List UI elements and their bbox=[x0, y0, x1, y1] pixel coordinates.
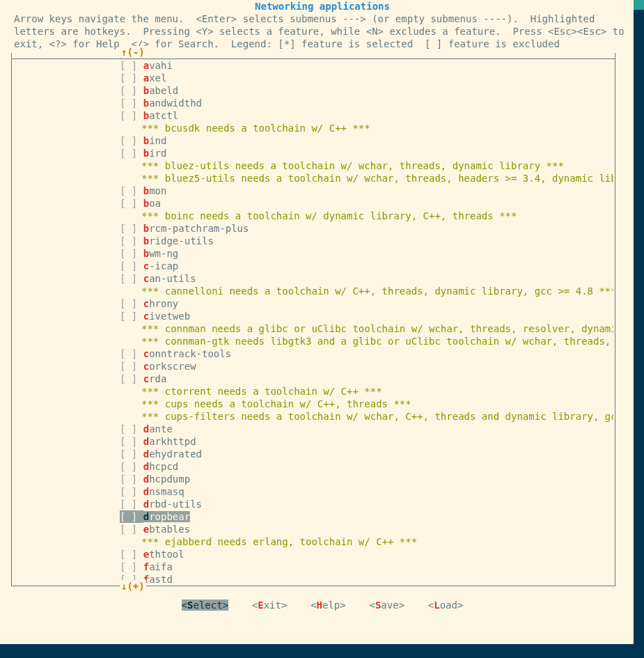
checkbox[interactable]: [ ] bbox=[120, 360, 143, 373]
exit-button[interactable]: <Exit> bbox=[252, 600, 288, 611]
option-label: ivetweb bbox=[149, 311, 190, 322]
option-label: wm-ng bbox=[149, 248, 178, 259]
option-boa[interactable]: [ ] boa bbox=[120, 197, 613, 210]
checkbox[interactable]: [ ] bbox=[120, 59, 143, 72]
option-fastd[interactable]: [ ] fastd bbox=[120, 573, 613, 586]
checkbox[interactable]: [ ] bbox=[120, 134, 143, 147]
option-avahi[interactable]: [ ] avahi bbox=[120, 59, 613, 72]
hotkey: c bbox=[143, 311, 149, 322]
checkbox[interactable]: [ ] bbox=[120, 235, 143, 247]
option-can-utils[interactable]: [ ] can-utils bbox=[120, 272, 613, 285]
option-label: vahi bbox=[149, 60, 173, 71]
checkbox[interactable]: [ ] bbox=[120, 222, 143, 235]
option-ebtables[interactable]: [ ] ebtables bbox=[120, 523, 613, 535]
option-bird[interactable]: [ ] bird bbox=[120, 147, 613, 159]
checkbox[interactable]: [ ] bbox=[120, 310, 143, 322]
select-button[interactable]: <Select> bbox=[182, 600, 228, 611]
option-darkhttpd[interactable]: [ ] darkhttpd bbox=[120, 435, 613, 448]
option-axel[interactable]: [ ] axel bbox=[120, 72, 613, 84]
checkbox[interactable]: [ ] bbox=[120, 297, 143, 310]
checkbox[interactable]: [ ] bbox=[120, 435, 143, 448]
requirement-note: *** ejabberd needs erlang, toolchain w/ … bbox=[120, 535, 613, 548]
option-bridge-utils[interactable]: [ ] bridge-utils bbox=[120, 235, 613, 247]
checkbox[interactable]: [ ] bbox=[120, 260, 143, 272]
checkbox[interactable]: [ ] bbox=[120, 510, 143, 523]
option-faifa[interactable]: [ ] faifa bbox=[120, 561, 613, 573]
option-bind[interactable]: [ ] bind bbox=[120, 134, 613, 147]
option-label: hcpcd bbox=[149, 461, 178, 472]
option-bandwidthd[interactable]: [ ] bandwidthd bbox=[120, 97, 613, 109]
hotkey: d bbox=[143, 499, 149, 510]
menuconfig-window: Networking applications Arrow keys navig… bbox=[0, 0, 634, 644]
note-text: *** ejabberd needs erlang, toolchain w/ … bbox=[120, 536, 417, 547]
option-dehydrated[interactable]: [ ] dehydrated bbox=[120, 448, 613, 460]
option-civetweb[interactable]: [ ] civetweb bbox=[120, 310, 613, 322]
checkbox[interactable]: [ ] bbox=[120, 72, 143, 84]
hotkey: b bbox=[143, 110, 149, 121]
option-bwm-ng[interactable]: [ ] bwm-ng bbox=[120, 247, 613, 260]
option-bmon[interactable]: [ ] bmon bbox=[120, 185, 613, 197]
option-conntrack-tools[interactable]: [ ] conntrack-tools bbox=[120, 347, 613, 360]
checkbox[interactable]: [ ] bbox=[120, 373, 143, 385]
button-bar: <Select> <Exit> <Help> <Save> <Load> bbox=[14, 599, 631, 611]
checkbox[interactable]: [ ] bbox=[120, 498, 143, 510]
option-dante[interactable]: [ ] dante bbox=[120, 423, 613, 435]
checkbox[interactable]: [ ] bbox=[120, 197, 143, 210]
option-crda[interactable]: [ ] crda bbox=[120, 373, 613, 385]
note-text: *** bcusdk needs a toolchain w/ C++ *** bbox=[120, 123, 370, 134]
checkbox[interactable]: [ ] bbox=[120, 561, 143, 573]
note-text: *** bluez-utils needs a toolchain w/ wch… bbox=[120, 160, 564, 171]
option-list[interactable]: [ ] avahi[ ] axel[ ] babeld[ ] bandwidth… bbox=[12, 59, 615, 586]
option-dhcpcd[interactable]: [ ] dhcpcd bbox=[120, 460, 613, 473]
window-edge bbox=[634, 0, 644, 10]
option-ethtool[interactable]: [ ] ethtool bbox=[120, 548, 613, 561]
option-c-icap[interactable]: [ ] c-icap bbox=[120, 260, 613, 272]
scroll-up-icon[interactable]: ↑(-) bbox=[120, 46, 146, 58]
hotkey: b bbox=[143, 235, 149, 246]
checkbox[interactable]: [ ] bbox=[120, 548, 143, 561]
checkbox[interactable]: [ ] bbox=[120, 448, 143, 460]
hotkey: b bbox=[143, 85, 149, 96]
checkbox[interactable]: [ ] bbox=[120, 473, 143, 485]
option-label: arkhttpd bbox=[149, 436, 196, 447]
option-label: ehydrated bbox=[149, 448, 202, 460]
checkbox[interactable]: [ ] bbox=[120, 347, 143, 360]
requirement-note: *** cups needs a toolchain w/ C++, threa… bbox=[120, 398, 613, 410]
checkbox[interactable]: [ ] bbox=[120, 247, 143, 260]
requirement-note: *** connman needs a glibc or uClibc tool… bbox=[120, 322, 613, 335]
checkbox[interactable]: [ ] bbox=[120, 485, 143, 498]
load-button[interactable]: <Load> bbox=[428, 600, 464, 611]
checkbox[interactable]: [ ] bbox=[120, 185, 143, 197]
page-title: Networking applications bbox=[14, 0, 631, 13]
hotkey: b bbox=[143, 198, 149, 209]
option-label: aifa bbox=[149, 561, 173, 572]
option-babeld[interactable]: [ ] babeld bbox=[120, 84, 613, 97]
checkbox[interactable]: [ ] bbox=[120, 523, 143, 535]
checkbox[interactable]: [ ] bbox=[120, 109, 143, 122]
option-chrony[interactable]: [ ] chrony bbox=[120, 297, 613, 310]
checkbox[interactable]: [ ] bbox=[120, 272, 143, 285]
option-label: nsmasq bbox=[149, 486, 184, 497]
checkbox[interactable]: [ ] bbox=[120, 460, 143, 473]
help-button[interactable]: <Help> bbox=[311, 600, 346, 611]
option-label: thtool bbox=[149, 549, 184, 560]
checkbox[interactable]: [ ] bbox=[120, 97, 143, 109]
menu-box: ↑(-) [ ] avahi[ ] axel[ ] babeld[ ] band… bbox=[11, 53, 615, 586]
requirement-note: *** cups-filters needs a toolchain w/ wc… bbox=[120, 410, 613, 423]
option-corkscrew[interactable]: [ ] corkscrew bbox=[120, 360, 613, 373]
option-label: rcm-patchram-plus bbox=[149, 223, 249, 234]
checkbox[interactable]: [ ] bbox=[120, 423, 143, 435]
option-dhcpdump[interactable]: [ ] dhcpdump bbox=[120, 473, 613, 485]
option-drbd-utils[interactable]: [ ] drbd-utils bbox=[120, 498, 613, 510]
option-brcm-patchram-plus[interactable]: [ ] brcm-patchram-plus bbox=[120, 222, 613, 235]
option-batctl[interactable]: [ ] batctl bbox=[120, 109, 613, 122]
scroll-down-icon[interactable]: ↓(+) bbox=[120, 580, 146, 593]
hotkey: c bbox=[143, 348, 149, 359]
option-dnsmasq[interactable]: [ ] dnsmasq bbox=[120, 485, 613, 498]
scroll-down-text: (+) bbox=[127, 581, 144, 592]
checkbox[interactable]: [ ] bbox=[120, 84, 143, 97]
option-dropbear[interactable]: [ ] dropbear bbox=[120, 510, 613, 523]
requirement-note: *** bcusdk needs a toolchain w/ C++ *** bbox=[120, 122, 613, 134]
save-button[interactable]: <Save> bbox=[369, 600, 405, 611]
checkbox[interactable]: [ ] bbox=[120, 147, 143, 159]
